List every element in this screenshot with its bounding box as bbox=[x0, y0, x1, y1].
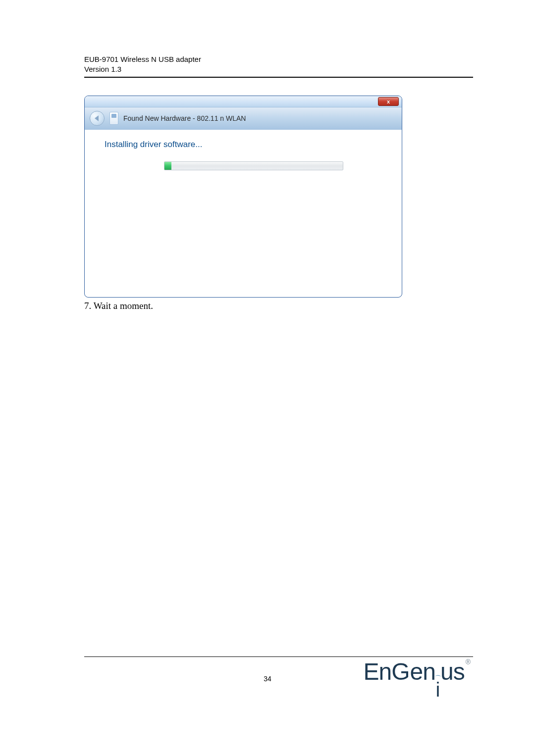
registered-mark-icon: ® bbox=[466, 658, 471, 666]
close-button[interactable]: x bbox=[378, 97, 399, 106]
found-new-hardware-dialog: x Found New Hardware - 802.11 n WLAN Ins… bbox=[84, 96, 402, 298]
progress-bar bbox=[164, 161, 343, 170]
footer-divider bbox=[84, 656, 473, 657]
logo-text-us: us bbox=[440, 658, 465, 685]
dialog-body: Installing driver software... bbox=[85, 130, 402, 297]
close-icon: x bbox=[387, 99, 390, 104]
header-product: EUB-9701 Wireless N USB adapter bbox=[84, 54, 473, 64]
header-version: Version 1.3 bbox=[84, 64, 473, 74]
logo-text-i: i bbox=[436, 682, 440, 698]
device-icon bbox=[109, 112, 118, 125]
progress-fill bbox=[164, 162, 171, 170]
logo-text-en: En bbox=[364, 658, 392, 685]
back-button[interactable] bbox=[90, 111, 105, 126]
logo-text-en2: en bbox=[410, 658, 435, 685]
dialog-header-bar: Found New Hardware - 802.11 n WLAN bbox=[85, 107, 402, 130]
document-page: EUB-9701 Wireless N USB adapter Version … bbox=[0, 0, 535, 756]
dialog-titlebar: x bbox=[85, 96, 402, 107]
dialog-title: Found New Hardware - 802.11 n WLAN bbox=[123, 114, 246, 122]
instruction-text: Installing driver software... bbox=[105, 140, 382, 150]
logo-i-stack: ⌒ i bbox=[434, 675, 441, 698]
logo-text-g: G bbox=[391, 658, 410, 685]
page-header: EUB-9701 Wireless N USB adapter Version … bbox=[84, 54, 473, 78]
step-caption: 7. Wait a moment. bbox=[84, 301, 473, 311]
engenius-logo: En G en ⌒ i us ® bbox=[364, 658, 471, 697]
